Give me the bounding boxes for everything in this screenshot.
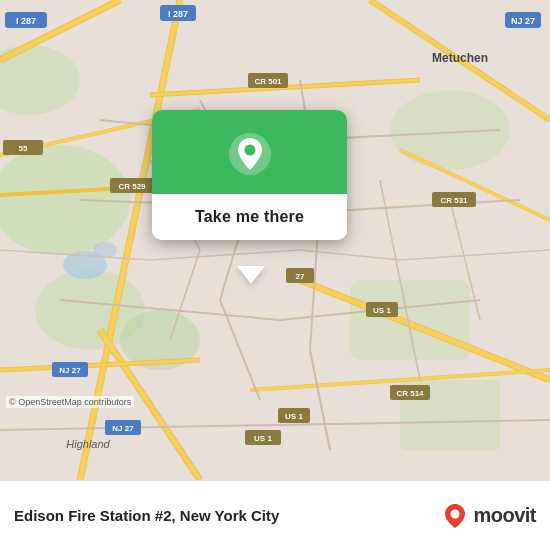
moovit-pin-icon (441, 502, 469, 530)
bottom-bar: Edison Fire Station #2, New York City mo… (0, 480, 550, 550)
svg-point-9 (93, 242, 117, 258)
svg-text:NJ 27: NJ 27 (511, 16, 535, 26)
svg-text:US 1: US 1 (254, 434, 272, 443)
svg-text:I 287: I 287 (16, 16, 36, 26)
svg-text:CR 531: CR 531 (440, 196, 468, 205)
map-area: I 287 I 287 NJ 27 CR 501 55 CR 529 CR 53… (0, 0, 550, 480)
svg-text:Metuchen: Metuchen (432, 51, 488, 65)
svg-text:US 1: US 1 (373, 306, 391, 315)
svg-text:27: 27 (296, 272, 305, 281)
moovit-brand-text: moovit (473, 504, 536, 527)
map-attribution: © OpenStreetMap contributors (6, 396, 134, 408)
location-pin-icon (228, 132, 272, 176)
location-popup: Take me there (152, 110, 347, 240)
svg-text:CR 529: CR 529 (118, 182, 146, 191)
svg-text:I 287: I 287 (168, 9, 188, 19)
place-name: Edison Fire Station #2, New York City (14, 507, 431, 524)
popup-arrow (237, 266, 265, 284)
svg-rect-4 (350, 280, 470, 360)
svg-text:55: 55 (19, 144, 28, 153)
svg-point-41 (244, 145, 255, 156)
svg-point-42 (451, 509, 460, 518)
map-svg: I 287 I 287 NJ 27 CR 501 55 CR 529 CR 53… (0, 0, 550, 480)
moovit-logo: moovit (441, 502, 536, 530)
svg-text:NJ 27: NJ 27 (112, 424, 134, 433)
svg-text:NJ 27: NJ 27 (59, 366, 81, 375)
take-me-there-button[interactable]: Take me there (152, 194, 347, 240)
svg-text:CR 514: CR 514 (396, 389, 424, 398)
popup-icon-background (152, 110, 347, 194)
svg-text:Highland: Highland (66, 438, 110, 450)
svg-text:US 1: US 1 (285, 412, 303, 421)
svg-text:CR 501: CR 501 (254, 77, 282, 86)
